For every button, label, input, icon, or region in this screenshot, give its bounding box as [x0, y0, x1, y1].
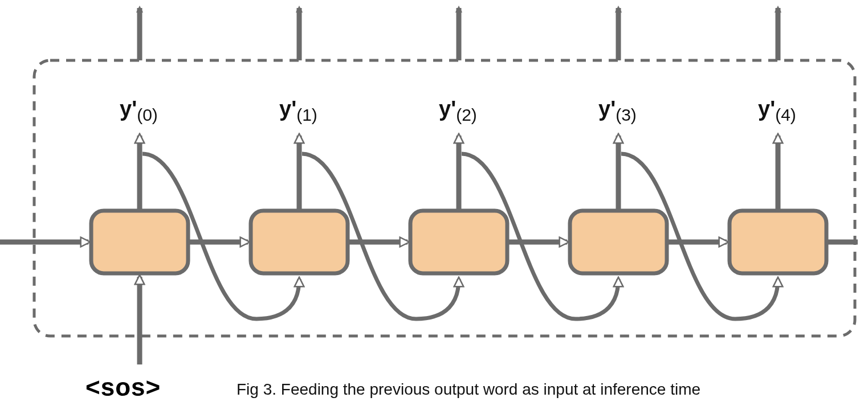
svg-rect-2	[410, 211, 507, 273]
output-var-3: y'	[598, 97, 616, 121]
output-sub-2: (2)	[456, 105, 477, 124]
diagram-svg	[0, 0, 868, 418]
output-label-2: y'(2)	[439, 97, 477, 121]
output-label-3: y'(3)	[598, 97, 637, 121]
svg-rect-3	[570, 211, 667, 273]
output-label-1: y'(1)	[279, 97, 317, 121]
output-label-0: y'(0)	[120, 97, 158, 121]
output-sub-4: (4)	[775, 105, 796, 124]
rnn-cell-4	[730, 8, 826, 273]
output-var-0: y'	[120, 97, 137, 121]
output-label-4: y'(4)	[758, 97, 796, 121]
svg-rect-4	[730, 211, 826, 273]
figure-caption: Fig 3. Feeding the previous output word …	[237, 380, 700, 399]
output-var-1: y'	[279, 97, 296, 121]
svg-rect-0	[91, 211, 188, 273]
diagram-stage: y'(0) y'(1) y'(2) y'(3) y'(4) <sos> Fig …	[0, 0, 868, 418]
output-var-4: y'	[758, 97, 775, 121]
sos-token-label: <sos>	[85, 373, 161, 401]
output-sub-1: (1)	[296, 105, 317, 124]
output-var-2: y'	[439, 97, 456, 121]
svg-rect-1	[251, 211, 348, 273]
output-sub-3: (3)	[616, 105, 637, 124]
output-sub-0: (0)	[137, 105, 158, 124]
